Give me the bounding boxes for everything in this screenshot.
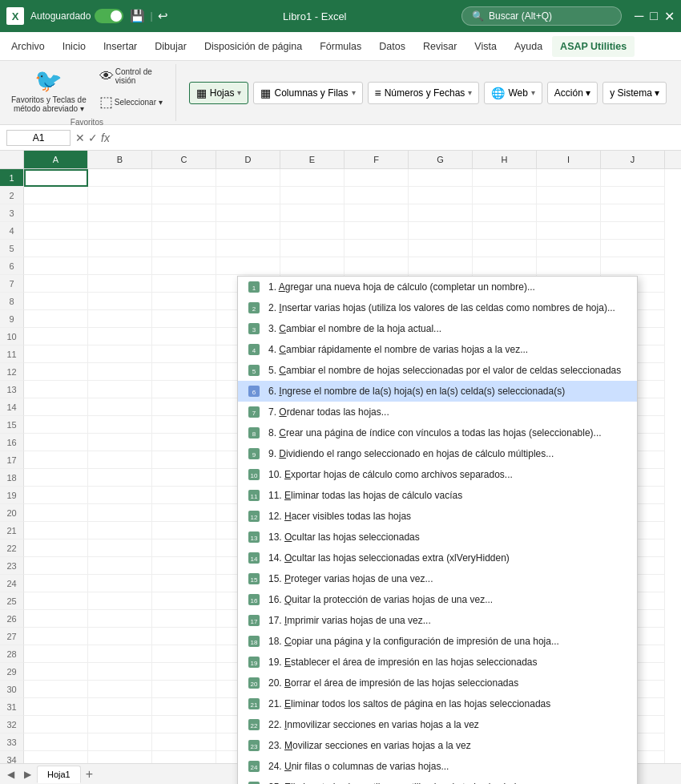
cell-2-0[interactable] — [24, 187, 88, 204]
dropdown-item-8[interactable]: 8 8. Crear una página de índice con vínc… — [238, 422, 637, 443]
cell-16-1[interactable] — [88, 434, 152, 451]
cell-4-9[interactable] — [601, 222, 665, 240]
cell-13-2[interactable] — [152, 381, 216, 398]
cell-30-0[interactable] — [24, 681, 88, 698]
cell-28-2[interactable] — [152, 645, 216, 663]
cell-25-0[interactable] — [24, 592, 88, 610]
cell-23-2[interactable] — [152, 557, 216, 575]
row-num-1[interactable]: 1 — [0, 169, 24, 187]
dropdown-item-21[interactable]: 21 21. Eliminar todos los saltos de pági… — [238, 693, 637, 714]
sheet-nav-left[interactable]: ◀ — [3, 767, 18, 782]
cell-10-0[interactable] — [24, 328, 88, 346]
cell-2-4[interactable] — [280, 187, 345, 204]
col-header-a[interactable]: A — [24, 151, 88, 168]
dropdown-item-5[interactable]: 5 5. Cambiar el nombre de hojas seleccio… — [238, 360, 637, 381]
row-num-20[interactable]: 20 — [0, 504, 24, 522]
cell-1-4[interactable] — [280, 169, 345, 187]
row-num-10[interactable]: 10 — [0, 328, 24, 346]
dropdown-item-7[interactable]: 7 7. Ordenar todas las hojas... — [238, 402, 637, 422]
cell-14-0[interactable] — [24, 398, 88, 416]
formula-input[interactable] — [115, 132, 675, 143]
col-header-c[interactable]: C — [152, 151, 216, 168]
row-num-22[interactable]: 22 — [0, 540, 24, 557]
cell-17-0[interactable] — [24, 451, 88, 469]
cell-6-6[interactable] — [409, 257, 473, 275]
hojas-dropdown[interactable]: ▦ Hojas ▾ — [189, 82, 249, 104]
dropdown-item-13[interactable]: 13 13. Ocultar las hojas seleccionadas — [238, 527, 637, 548]
cell-6-7[interactable] — [473, 257, 537, 275]
cell-22-0[interactable] — [24, 540, 88, 557]
dropdown-item-11[interactable]: 11 11. Eliminar todas las hojas de cálcu… — [238, 485, 637, 506]
sheet-tab-hoja1[interactable]: Hoja1 — [37, 766, 81, 783]
dropdown-item-2[interactable]: 2 2. Insertar varias hojas (utiliza los … — [238, 297, 637, 318]
cell-2-5[interactable] — [345, 187, 409, 204]
cell-3-6[interactable] — [409, 204, 473, 222]
cell-3-8[interactable] — [537, 204, 601, 222]
cell-2-2[interactable] — [152, 187, 216, 204]
row-num-25[interactable]: 25 — [0, 592, 24, 610]
cell-6-4[interactable] — [280, 257, 345, 275]
dropdown-item-9[interactable]: 9 9. Dividiendo el rango seleccionado en… — [238, 443, 637, 464]
close-btn[interactable]: ✕ — [664, 9, 675, 24]
cell-11-2[interactable] — [152, 346, 216, 363]
cell-19-0[interactable] — [24, 487, 88, 504]
row-num-29[interactable]: 29 — [0, 663, 24, 681]
row-num-31[interactable]: 31 — [0, 698, 24, 716]
menu-asap[interactable]: ASAP Utilities — [552, 36, 635, 57]
cell-5-6[interactable] — [409, 240, 473, 257]
cell-26-1[interactable] — [88, 610, 152, 628]
cell-26-2[interactable] — [152, 610, 216, 628]
cell-25-2[interactable] — [152, 592, 216, 610]
cell-1-6[interactable] — [409, 169, 473, 187]
dropdown-item-22[interactable]: 22 22. Inmovilizar secciones en varias h… — [238, 714, 637, 735]
cell-27-0[interactable] — [24, 628, 88, 645]
cell-3-3[interactable] — [216, 204, 280, 222]
cell-5-5[interactable] — [345, 240, 409, 257]
col-header-i[interactable]: I — [537, 151, 601, 168]
cell-30-2[interactable] — [152, 681, 216, 698]
cell-3-5[interactable] — [345, 204, 409, 222]
cell-12-2[interactable] — [152, 363, 216, 381]
undo-icon[interactable]: ↩ — [158, 9, 168, 23]
cell-15-0[interactable] — [24, 416, 88, 434]
cell-29-2[interactable] — [152, 663, 216, 681]
cell-5-1[interactable] — [88, 240, 152, 257]
cell-4-6[interactable] — [409, 222, 473, 240]
dropdown-item-6[interactable]: 6 6. Ingrese el nombre de la(s) hoja(s) … — [238, 381, 637, 402]
cell-3-4[interactable] — [280, 204, 345, 222]
cell-3-1[interactable] — [88, 204, 152, 222]
cell-15-2[interactable] — [152, 416, 216, 434]
dropdown-item-10[interactable]: 10 10. Exportar hojas de cálculo como ar… — [238, 464, 637, 485]
row-num-14[interactable]: 14 — [0, 398, 24, 416]
cell-14-1[interactable] — [88, 398, 152, 416]
cell-10-2[interactable] — [152, 328, 216, 346]
cell-17-2[interactable] — [152, 451, 216, 469]
dropdown-item-25[interactable]: 25 25. Eliminar todos los estilos no uti… — [238, 777, 637, 784]
dropdown-item-15[interactable]: 15 15. Proteger varias hojas de una vez.… — [238, 568, 637, 589]
row-num-32[interactable]: 32 — [0, 716, 24, 733]
cell-6-9[interactable] — [601, 257, 665, 275]
menu-formulas[interactable]: Fórmulas — [312, 36, 369, 57]
row-num-27[interactable]: 27 — [0, 628, 24, 645]
col-header-g[interactable]: G — [409, 151, 473, 168]
cell-29-0[interactable] — [24, 663, 88, 681]
col-header-b[interactable]: B — [88, 151, 152, 168]
cell-8-0[interactable] — [24, 293, 88, 310]
row-num-33[interactable]: 33 — [0, 733, 24, 751]
row-num-24[interactable]: 24 — [0, 575, 24, 592]
col-header-d[interactable]: D — [216, 151, 280, 168]
control-vision-button[interactable]: 👁 Control devisión — [95, 64, 167, 88]
cell-18-0[interactable] — [24, 469, 88, 487]
cell-11-0[interactable] — [24, 346, 88, 363]
cell-9-2[interactable] — [152, 310, 216, 328]
row-num-11[interactable]: 11 — [0, 346, 24, 363]
col-header-h[interactable]: H — [473, 151, 537, 168]
cell-4-4[interactable] — [280, 222, 345, 240]
cell-5-9[interactable] — [601, 240, 665, 257]
cell-7-0[interactable] — [24, 275, 88, 293]
cell-7-1[interactable] — [88, 275, 152, 293]
cell-3-7[interactable] — [473, 204, 537, 222]
col-header-f[interactable]: F — [345, 151, 409, 168]
row-num-4[interactable]: 4 — [0, 222, 24, 240]
favoritos-button[interactable]: 🐦 Favoritos y Teclas demétodo abreviado … — [6, 64, 91, 116]
